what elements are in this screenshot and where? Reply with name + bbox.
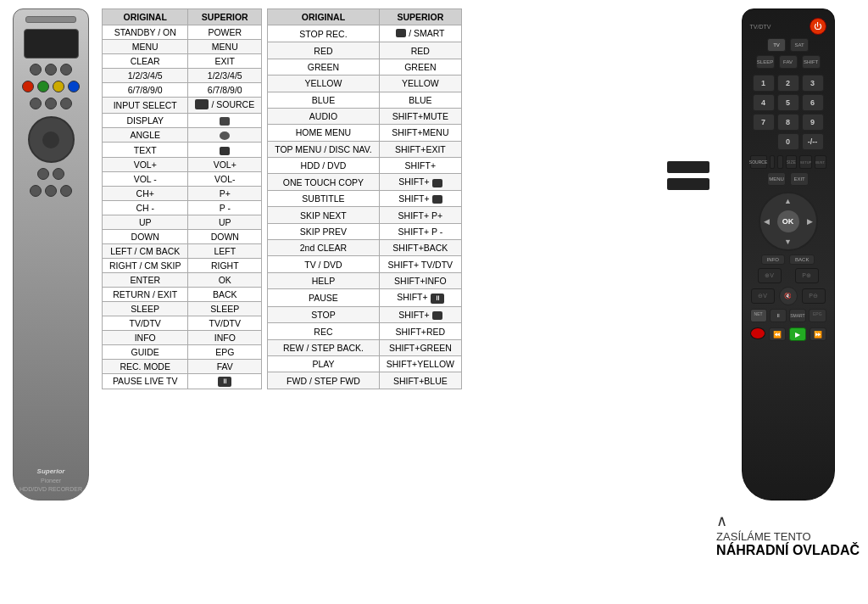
table-row: SLEEPSLEEP <box>103 301 262 316</box>
remote-epg-button[interactable]: EPG <box>809 309 826 322</box>
table1-original-cell: INPUT SELECT <box>103 98 188 114</box>
remote-tv-button[interactable]: TV <box>767 38 786 52</box>
remote-right-container: TV/DTV ⏻ TV SAT SLEEP FAV SHIFT 1 2 <box>716 8 860 558</box>
remote-sat-button[interactable]: SAT <box>790 38 809 52</box>
remote-num-7[interactable]: 7 <box>753 114 775 131</box>
table2-original-cell: SUBTITLE <box>268 190 380 207</box>
table1-original-cell: TV/DTV <box>103 316 188 330</box>
remote-btn-blue <box>68 81 80 92</box>
remote-vol-up[interactable]: ⊕V <box>758 268 782 283</box>
remote-num-1[interactable]: 1 <box>753 75 775 92</box>
table2-superior-cell: GREEN <box>379 59 461 75</box>
remote-power-button[interactable]: ⏻ <box>810 18 826 35</box>
table2-superior-cell: RED <box>379 42 461 59</box>
table1-superior-cell: MENU <box>188 40 262 54</box>
remote-menu-row: MENU EXIT <box>750 172 826 186</box>
remote-src-2[interactable] <box>777 155 783 169</box>
table-row: 1/2/3/4/51/2/3/4/5 <box>103 69 262 83</box>
remote-tv-sat-row: TV SAT <box>750 38 826 52</box>
table-row: CH -P - <box>103 200 262 215</box>
table1-superior-cell <box>188 143 262 157</box>
remote-num-dash[interactable]: -/-- <box>802 133 824 150</box>
remote-btn-10 <box>45 185 57 197</box>
remote-play-button[interactable]: ▶ <box>789 327 806 341</box>
table2-superior-cell: SHIFT+ <box>379 190 461 207</box>
table2-original-cell: SKIP PREV <box>268 223 380 239</box>
table2-superior-cell: SHIFT+ P+ <box>379 207 461 223</box>
remote-num-9[interactable]: 9 <box>802 114 824 131</box>
remote-btn-3 <box>60 64 72 76</box>
table2-superior-cell: SHIFT+ <box>379 306 461 323</box>
table-row: 2nd CLEARSHIFT+BACK <box>268 240 462 256</box>
table1-original-cell: DOWN <box>103 229 188 243</box>
table1-superior-cell: BACK <box>188 287 262 301</box>
remote-exit-button[interactable]: EXIT <box>790 172 809 186</box>
remote-smart-button[interactable]: SMART <box>789 309 806 322</box>
zasilame-line1: ZASÍLÁME TENTO <box>716 530 860 543</box>
table2-superior-cell: SHIFT+ <box>379 174 461 191</box>
remote-btn-red <box>22 81 34 92</box>
table2-superior-cell: SHIFT+GREEN <box>379 339 461 355</box>
remote-ch-down[interactable]: P⊖ <box>802 288 826 304</box>
remote-num-8[interactable]: 8 <box>777 114 799 131</box>
table-row: SKIP NEXTSHIFT+ P+ <box>268 207 462 223</box>
remote-info-button[interactable]: INFO <box>761 254 785 265</box>
remote-left-arrow: ◀ <box>764 217 770 226</box>
remote-color-red[interactable] <box>750 327 765 339</box>
remote-sleep-button[interactable]: SLEEP <box>756 55 775 69</box>
remote-tv-label: TV/DTV <box>750 24 771 30</box>
table-row: MENUMENU <box>103 40 262 54</box>
table1-original-cell: GUIDE <box>103 344 188 359</box>
remote-num-2[interactable]: 2 <box>777 75 799 92</box>
remote-num-4[interactable]: 4 <box>753 94 775 111</box>
table-row: STOP REC. / SMART <box>268 25 462 42</box>
remote-size-btn[interactable]: SIZE <box>786 155 797 169</box>
table1-superior-cell: INFO <box>188 330 262 344</box>
remote-superior-label: Superior <box>37 467 65 475</box>
remote-right-image: TV/DTV ⏻ TV SAT SLEEP FAV SHIFT 1 2 <box>742 8 835 501</box>
remote-net-button[interactable]: NET <box>750 309 767 322</box>
table1-superior-cell: EPG <box>188 344 262 359</box>
table2-superior-cell: SHIFT+MENU <box>379 125 461 141</box>
remote-num-3[interactable]: 3 <box>802 75 824 92</box>
remote-btn-4 <box>30 98 42 109</box>
remote-sleep-row: SLEEP FAV SHIFT <box>750 55 826 69</box>
equals-sign <box>667 8 709 190</box>
remote-ok-button[interactable]: OK <box>777 210 799 232</box>
table-row: CH+P+ <box>103 186 262 200</box>
table1-original-cell: DISPLAY <box>103 114 188 128</box>
table2-original-cell: PLAY <box>268 356 380 372</box>
remote-dpad-center <box>42 131 59 148</box>
table-row: VOL+VOL+ <box>103 157 262 171</box>
remote-num-0[interactable]: 0 <box>777 133 799 150</box>
remote-color-buttons <box>22 81 80 92</box>
remote-bust-btn[interactable]: BUST. <box>815 155 826 169</box>
remote-num-5[interactable]: 5 <box>777 94 799 111</box>
remote-vol-down[interactable]: ⊖V <box>751 288 775 304</box>
table-row: PLAYSHIFT+YELLOW <box>268 356 462 372</box>
table1-superior-cell: 1/2/3/4/5 <box>188 69 262 83</box>
table1-original-cell: SLEEP <box>103 301 188 316</box>
remote-mute-button[interactable]: 🔇 <box>779 287 798 305</box>
remote-pause-button[interactable]: ⏸ <box>770 309 787 322</box>
remote-fav-button[interactable]: FAV <box>779 55 798 69</box>
table-row: SKIP PREVSHIFT+ P - <box>268 223 462 239</box>
table1-original-cell: MENU <box>103 40 188 54</box>
remote-ch-up[interactable]: P⊕ <box>795 268 819 283</box>
table2-original-cell: FWD / STEP FWD <box>268 372 380 389</box>
remote-setup-btn[interactable]: SETUP <box>799 155 812 169</box>
remote-right-top-row: TV/DTV ⏻ <box>750 18 826 35</box>
table1-original-cell: CH+ <box>103 186 188 200</box>
table1-superior-cell: EXIT <box>188 54 262 69</box>
remote-btn-2 <box>45 64 57 76</box>
table1-superior-cell: 6/7/8/9/0 <box>188 83 262 98</box>
remote-back-button[interactable]: BACK <box>789 254 815 265</box>
remote-shift-button[interactable]: SHIFT <box>802 55 821 69</box>
table2-original-cell: HELP <box>268 272 380 288</box>
remote-num-6[interactable]: 6 <box>802 94 824 111</box>
remote-menu-button[interactable]: MENU <box>767 172 786 186</box>
zasilame-arrow-row: ∧ <box>716 512 860 530</box>
remote-forward-button[interactable]: ⏩ <box>810 327 826 341</box>
remote-rewind-button[interactable]: ⏪ <box>769 327 786 341</box>
remote-src-1[interactable] <box>770 155 776 169</box>
